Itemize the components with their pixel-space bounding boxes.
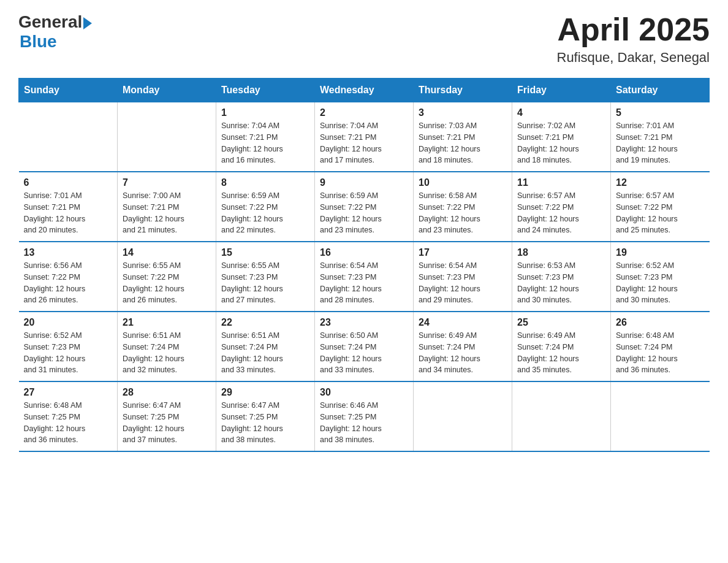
day-info: Sunrise: 6:54 AMSunset: 7:23 PMDaylight:… xyxy=(419,260,507,306)
day-number: 8 xyxy=(221,177,309,188)
calendar-cell: 11Sunrise: 6:57 AMSunset: 7:22 PMDayligh… xyxy=(512,172,611,242)
day-number: 1 xyxy=(221,107,309,118)
calendar-cell: 24Sunrise: 6:49 AMSunset: 7:24 PMDayligh… xyxy=(414,312,512,381)
day-number: 30 xyxy=(320,387,408,398)
day-info: Sunrise: 6:59 AMSunset: 7:22 PMDaylight:… xyxy=(221,190,309,236)
calendar-cell: 1Sunrise: 7:04 AMSunset: 7:21 PMDaylight… xyxy=(216,102,315,172)
day-info: Sunrise: 6:55 AMSunset: 7:22 PMDaylight:… xyxy=(123,260,211,306)
day-number: 20 xyxy=(24,317,113,328)
day-number: 5 xyxy=(616,107,705,118)
day-number: 18 xyxy=(517,247,605,258)
logo-general: General xyxy=(18,12,82,32)
day-number: 17 xyxy=(419,247,507,258)
day-number: 23 xyxy=(320,317,408,328)
calendar-cell xyxy=(611,381,710,451)
logo-blue: Blue xyxy=(20,32,92,52)
day-info: Sunrise: 7:00 AMSunset: 7:21 PMDaylight:… xyxy=(123,190,211,236)
day-number: 21 xyxy=(123,317,211,328)
calendar-cell: 23Sunrise: 6:50 AMSunset: 7:24 PMDayligh… xyxy=(315,312,414,381)
calendar-cell: 7Sunrise: 7:00 AMSunset: 7:21 PMDaylight… xyxy=(118,172,216,242)
col-header-saturday: Saturday xyxy=(611,79,710,102)
calendar-cell: 13Sunrise: 6:56 AMSunset: 7:22 PMDayligh… xyxy=(19,242,118,312)
col-header-wednesday: Wednesday xyxy=(315,79,414,102)
day-number: 15 xyxy=(221,247,309,258)
calendar-cell: 26Sunrise: 6:48 AMSunset: 7:24 PMDayligh… xyxy=(611,312,710,381)
calendar-table: SundayMondayTuesdayWednesdayThursdayFrid… xyxy=(18,78,710,452)
title-area: April 2025 Rufisque, Dakar, Senegal xyxy=(557,12,710,66)
calendar-cell: 14Sunrise: 6:55 AMSunset: 7:22 PMDayligh… xyxy=(118,242,216,312)
day-info: Sunrise: 6:48 AMSunset: 7:24 PMDaylight:… xyxy=(616,330,705,376)
logo: General Blue xyxy=(18,12,92,52)
calendar-title: April 2025 xyxy=(557,12,710,47)
calendar-cell xyxy=(118,102,216,172)
calendar-cell: 25Sunrise: 6:49 AMSunset: 7:24 PMDayligh… xyxy=(512,312,611,381)
day-number: 3 xyxy=(419,107,507,118)
week-row-1: 1Sunrise: 7:04 AMSunset: 7:21 PMDaylight… xyxy=(19,102,710,172)
day-info: Sunrise: 6:48 AMSunset: 7:25 PMDaylight:… xyxy=(24,400,113,446)
calendar-cell: 17Sunrise: 6:54 AMSunset: 7:23 PMDayligh… xyxy=(414,242,512,312)
day-info: Sunrise: 7:01 AMSunset: 7:21 PMDaylight:… xyxy=(24,190,113,236)
day-info: Sunrise: 6:55 AMSunset: 7:23 PMDaylight:… xyxy=(221,260,309,306)
day-info: Sunrise: 6:47 AMSunset: 7:25 PMDaylight:… xyxy=(221,400,309,446)
calendar-cell: 6Sunrise: 7:01 AMSunset: 7:21 PMDaylight… xyxy=(19,172,118,242)
col-header-monday: Monday xyxy=(118,79,216,102)
day-info: Sunrise: 7:04 AMSunset: 7:21 PMDaylight:… xyxy=(221,120,309,166)
week-row-2: 6Sunrise: 7:01 AMSunset: 7:21 PMDaylight… xyxy=(19,172,710,242)
calendar-cell: 9Sunrise: 6:59 AMSunset: 7:22 PMDaylight… xyxy=(315,172,414,242)
day-number: 29 xyxy=(221,387,309,398)
day-number: 24 xyxy=(419,317,507,328)
calendar-cell: 12Sunrise: 6:57 AMSunset: 7:22 PMDayligh… xyxy=(611,172,710,242)
week-row-4: 20Sunrise: 6:52 AMSunset: 7:23 PMDayligh… xyxy=(19,312,710,381)
page-header: General Blue April 2025 Rufisque, Dakar,… xyxy=(18,12,710,66)
calendar-cell: 15Sunrise: 6:55 AMSunset: 7:23 PMDayligh… xyxy=(216,242,315,312)
day-info: Sunrise: 6:46 AMSunset: 7:25 PMDaylight:… xyxy=(320,400,408,446)
day-number: 9 xyxy=(320,177,408,188)
calendar-cell: 5Sunrise: 7:01 AMSunset: 7:21 PMDaylight… xyxy=(611,102,710,172)
week-row-3: 13Sunrise: 6:56 AMSunset: 7:22 PMDayligh… xyxy=(19,242,710,312)
calendar-cell: 3Sunrise: 7:03 AMSunset: 7:21 PMDaylight… xyxy=(414,102,512,172)
calendar-header-row: SundayMondayTuesdayWednesdayThursdayFrid… xyxy=(19,79,710,102)
calendar-cell xyxy=(414,381,512,451)
day-info: Sunrise: 6:49 AMSunset: 7:24 PMDaylight:… xyxy=(517,330,605,376)
day-info: Sunrise: 6:47 AMSunset: 7:25 PMDaylight:… xyxy=(123,400,211,446)
day-info: Sunrise: 6:51 AMSunset: 7:24 PMDaylight:… xyxy=(221,330,309,376)
day-number: 10 xyxy=(419,177,507,188)
day-number: 13 xyxy=(24,247,113,258)
calendar-cell: 22Sunrise: 6:51 AMSunset: 7:24 PMDayligh… xyxy=(216,312,315,381)
day-number: 28 xyxy=(123,387,211,398)
calendar-cell: 21Sunrise: 6:51 AMSunset: 7:24 PMDayligh… xyxy=(118,312,216,381)
day-info: Sunrise: 6:57 AMSunset: 7:22 PMDaylight:… xyxy=(616,190,705,236)
day-number: 14 xyxy=(123,247,211,258)
day-info: Sunrise: 6:57 AMSunset: 7:22 PMDaylight:… xyxy=(517,190,605,236)
day-info: Sunrise: 7:01 AMSunset: 7:21 PMDaylight:… xyxy=(616,120,705,166)
day-info: Sunrise: 6:51 AMSunset: 7:24 PMDaylight:… xyxy=(123,330,211,376)
day-number: 16 xyxy=(320,247,408,258)
day-number: 4 xyxy=(517,107,605,118)
day-number: 7 xyxy=(123,177,211,188)
calendar-cell: 29Sunrise: 6:47 AMSunset: 7:25 PMDayligh… xyxy=(216,381,315,451)
calendar-cell: 4Sunrise: 7:02 AMSunset: 7:21 PMDaylight… xyxy=(512,102,611,172)
day-info: Sunrise: 6:53 AMSunset: 7:23 PMDaylight:… xyxy=(517,260,605,306)
calendar-cell: 8Sunrise: 6:59 AMSunset: 7:22 PMDaylight… xyxy=(216,172,315,242)
col-header-sunday: Sunday xyxy=(19,79,118,102)
calendar-cell xyxy=(512,381,611,451)
day-number: 19 xyxy=(616,247,705,258)
day-info: Sunrise: 6:56 AMSunset: 7:22 PMDaylight:… xyxy=(24,260,113,306)
week-row-5: 27Sunrise: 6:48 AMSunset: 7:25 PMDayligh… xyxy=(19,381,710,451)
col-header-friday: Friday xyxy=(512,79,611,102)
day-info: Sunrise: 7:04 AMSunset: 7:21 PMDaylight:… xyxy=(320,120,408,166)
day-info: Sunrise: 6:52 AMSunset: 7:23 PMDaylight:… xyxy=(616,260,705,306)
calendar-cell: 30Sunrise: 6:46 AMSunset: 7:25 PMDayligh… xyxy=(315,381,414,451)
col-header-tuesday: Tuesday xyxy=(216,79,315,102)
calendar-cell: 20Sunrise: 6:52 AMSunset: 7:23 PMDayligh… xyxy=(19,312,118,381)
logo-arrow-icon xyxy=(83,17,92,29)
day-info: Sunrise: 6:49 AMSunset: 7:24 PMDaylight:… xyxy=(419,330,507,376)
calendar-cell: 28Sunrise: 6:47 AMSunset: 7:25 PMDayligh… xyxy=(118,381,216,451)
calendar-cell: 2Sunrise: 7:04 AMSunset: 7:21 PMDaylight… xyxy=(315,102,414,172)
day-number: 2 xyxy=(320,107,408,118)
calendar-cell xyxy=(19,102,118,172)
calendar-cell: 16Sunrise: 6:54 AMSunset: 7:23 PMDayligh… xyxy=(315,242,414,312)
calendar-cell: 27Sunrise: 6:48 AMSunset: 7:25 PMDayligh… xyxy=(19,381,118,451)
day-number: 12 xyxy=(616,177,705,188)
day-info: Sunrise: 7:03 AMSunset: 7:21 PMDaylight:… xyxy=(419,120,507,166)
